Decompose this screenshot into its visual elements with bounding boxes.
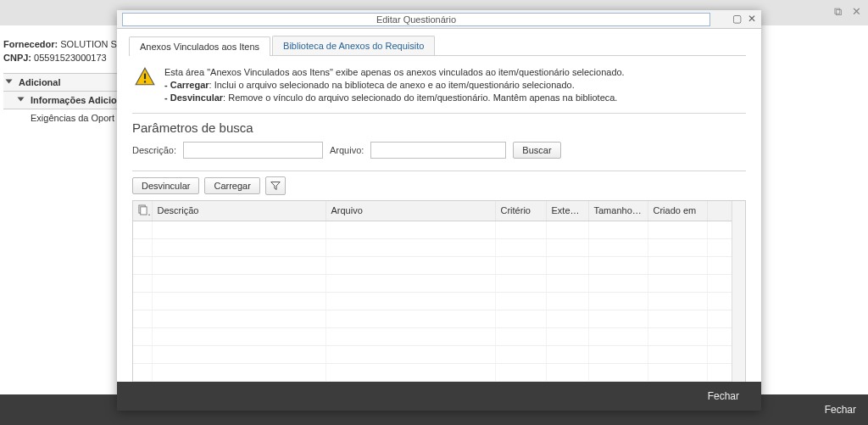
fornecedor-label: Fornecedor:: [3, 39, 58, 49]
outer-close-button[interactable]: Fechar: [825, 404, 856, 416]
carregar-button[interactable]: Carregar: [204, 177, 259, 194]
table-row[interactable]: [133, 256, 745, 274]
cnpj-value: 05591523000173: [34, 53, 107, 63]
chevron-down-icon: [19, 95, 27, 103]
cnpj-label: CNPJ:: [3, 53, 31, 63]
detach-window-icon[interactable]: ⧉: [831, 5, 844, 19]
warning-icon: [134, 66, 156, 88]
tab-anexos-vinculados[interactable]: Anexos Vinculados aos Itens: [129, 36, 270, 56]
filter-icon-button[interactable]: [265, 176, 286, 195]
svg-rect-1: [144, 74, 146, 80]
svg-rect-5: [141, 206, 147, 214]
table-row[interactable]: [133, 274, 745, 292]
col-descricao-header[interactable]: Descrição: [152, 201, 326, 221]
info-line1: Esta área "Anexos Vinculados aos Itens" …: [164, 66, 625, 79]
table-row[interactable]: [133, 238, 745, 256]
chevron-down-icon: [7, 77, 15, 86]
table-row[interactable]: [133, 363, 745, 381]
maximize-icon[interactable]: ▢: [731, 13, 743, 25]
col-criterio-header[interactable]: Critério: [495, 201, 546, 221]
fornecedor-value: SOLUTION SY: [60, 39, 123, 49]
section-title-parametros: Parâmetros de busca: [132, 120, 746, 135]
col-criado-header[interactable]: Criado em: [648, 201, 707, 221]
modal-editar-questionario: ▢ ✕ Anexos Vinculados aos Itens Bibliote…: [117, 10, 761, 411]
tree-label-adicional: Adicional: [19, 77, 61, 87]
table-scrollbar[interactable]: [732, 201, 745, 382]
info-desvincular-text: : Remove o vínculo do arquivo selecionad…: [223, 92, 617, 103]
info-desvincular-bold: - Desvincular: [164, 92, 223, 103]
tab-biblioteca-anexos[interactable]: Biblioteca de Anexos do Requisito: [272, 36, 435, 55]
info-carregar-text: : Inclui o arquivo selecionado na biblio…: [209, 80, 575, 90]
table-row[interactable]: [133, 345, 745, 363]
close-icon[interactable]: ✕: [746, 13, 758, 25]
svg-rect-2: [144, 81, 146, 82]
table-row[interactable]: [133, 221, 745, 238]
table-row[interactable]: [133, 310, 745, 327]
svg-marker-3: [271, 182, 281, 189]
arquivo-label: Arquivo:: [330, 145, 364, 155]
tree-label-exigencias: Exigências da Oport: [31, 113, 114, 123]
info-carregar-bold: - Carregar: [164, 80, 209, 90]
descricao-input[interactable]: [183, 142, 323, 159]
tree-label-info-adic: Informações Adiciona: [31, 95, 128, 105]
modal-title-field: [122, 13, 710, 26]
col-select-header[interactable]: [133, 201, 152, 221]
buscar-button[interactable]: Buscar: [513, 142, 560, 159]
info-text: Esta área "Anexos Vinculados aos Itens" …: [164, 66, 625, 104]
table-row[interactable]: [133, 327, 745, 345]
modal-close-button[interactable]: Fechar: [699, 387, 748, 405]
col-extensao-header[interactable]: Exten…: [546, 201, 588, 221]
close-window-icon[interactable]: ✕: [849, 5, 863, 19]
arquivo-input[interactable]: [370, 142, 506, 159]
col-tamanho-header[interactable]: Tamanho …: [588, 201, 648, 221]
descricao-label: Descrição:: [132, 145, 176, 155]
anexos-table: Descrição Arquivo Critério Exten… Tamanh…: [133, 201, 745, 382]
col-arquivo-header[interactable]: Arquivo: [326, 201, 495, 221]
desvincular-button[interactable]: Desvincular: [132, 177, 199, 194]
table-row[interactable]: [133, 292, 745, 310]
